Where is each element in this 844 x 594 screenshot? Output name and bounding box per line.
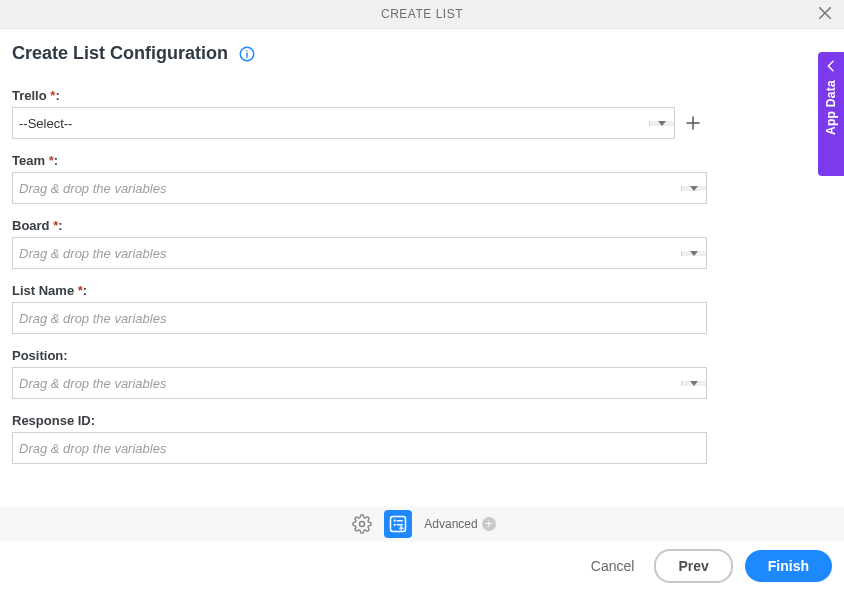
advanced-label: Advanced xyxy=(424,517,477,531)
info-icon[interactable] xyxy=(238,45,256,63)
list-name-placeholder: Drag & drop the variables xyxy=(13,311,166,326)
trello-select-value: --Select-- xyxy=(13,116,72,131)
label-trello: Trello *: xyxy=(12,88,707,103)
app-data-side-tab[interactable]: App Data xyxy=(818,52,844,176)
chevron-down-icon[interactable] xyxy=(681,381,706,386)
form-content: Trello *: --Select-- Team *: Drag & drop… xyxy=(0,64,719,464)
chevron-left-icon xyxy=(823,58,839,74)
add-connection-button[interactable] xyxy=(679,107,707,139)
close-icon[interactable] xyxy=(816,4,834,32)
chevron-down-icon[interactable] xyxy=(649,121,674,126)
team-input[interactable]: Drag & drop the variables xyxy=(12,172,707,204)
response-id-placeholder: Drag & drop the variables xyxy=(13,441,166,456)
finish-button[interactable]: Finish xyxy=(745,550,832,582)
bottom-toolbar: Advanced + xyxy=(0,506,844,542)
advanced-toggle[interactable]: Advanced + xyxy=(424,517,495,531)
button-row: Cancel Prev Finish xyxy=(0,548,844,584)
cancel-button[interactable]: Cancel xyxy=(583,552,643,580)
svg-point-11 xyxy=(394,524,396,526)
chevron-down-icon[interactable] xyxy=(681,186,706,191)
side-tab-label: App Data xyxy=(824,80,838,135)
label-response-id: Response ID: xyxy=(12,413,707,428)
gear-icon[interactable] xyxy=(348,510,376,538)
trello-select[interactable]: --Select-- xyxy=(12,107,675,139)
field-list-name: List Name *: Drag & drop the variables xyxy=(12,283,707,334)
position-input[interactable]: Drag & drop the variables xyxy=(12,367,707,399)
field-response-id: Response ID: Drag & drop the variables xyxy=(12,413,707,464)
position-placeholder: Drag & drop the variables xyxy=(13,376,166,391)
label-list-name: List Name *: xyxy=(12,283,707,298)
svg-point-9 xyxy=(394,520,396,522)
field-board: Board *: Drag & drop the variables xyxy=(12,218,707,269)
page-title: Create List Configuration xyxy=(12,43,228,64)
page-title-row: Create List Configuration xyxy=(0,29,844,64)
board-input[interactable]: Drag & drop the variables xyxy=(12,237,707,269)
dialog-title: CREATE LIST xyxy=(381,7,463,21)
label-board: Board *: xyxy=(12,218,707,233)
label-position: Position: xyxy=(12,348,707,363)
team-placeholder: Drag & drop the variables xyxy=(13,181,166,196)
board-placeholder: Drag & drop the variables xyxy=(13,246,166,261)
response-id-input[interactable]: Drag & drop the variables xyxy=(12,432,707,464)
svg-rect-8 xyxy=(391,517,406,532)
field-position: Position: Drag & drop the variables xyxy=(12,348,707,399)
label-team: Team *: xyxy=(12,153,707,168)
list-name-input[interactable]: Drag & drop the variables xyxy=(12,302,707,334)
field-trello: Trello *: --Select-- xyxy=(12,88,707,139)
field-team: Team *: Drag & drop the variables xyxy=(12,153,707,204)
form-view-icon[interactable] xyxy=(384,510,412,538)
dialog-header: CREATE LIST xyxy=(0,0,844,29)
plus-circle-icon: + xyxy=(482,517,496,531)
chevron-down-icon[interactable] xyxy=(681,251,706,256)
svg-point-4 xyxy=(246,50,248,52)
svg-point-7 xyxy=(360,522,365,527)
prev-button[interactable]: Prev xyxy=(654,549,732,583)
